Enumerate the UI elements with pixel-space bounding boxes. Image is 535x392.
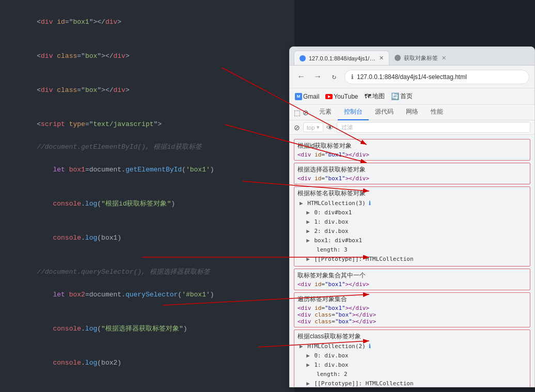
section-code-5c: <div class="box"></div> — [297, 318, 527, 325]
devtools-panel: ⬚ ⊘ 元素 控制台 源代码 网络 性能 ⊘ top ▾ 👁 过滤 根据id获取… — [290, 105, 534, 387]
context-label: top — [307, 124, 314, 131]
code-line: let box1=document.getElementById('box1') — [21, 153, 289, 187]
devtools-tab-elements[interactable]: 元素 — [313, 105, 338, 120]
devtools-icon-inspect[interactable]: ⬚ — [294, 108, 301, 117]
section-code-5b: <div class="box"></div> — [297, 311, 527, 318]
code-line — [21, 380, 289, 391]
gmail-label: Gmail — [303, 93, 319, 100]
tab-bar: 127.0.0.1:8848/day4js1/2-bas... ✕ 获取对象标签… — [290, 47, 534, 66]
code-line: console.log("根据id获取标签对象") — [21, 187, 289, 221]
address-input[interactable]: ℹ 127.0.0.1:8848/day4js1/4-selecttag.htm… — [344, 70, 529, 84]
tab-close-button[interactable]: ✕ — [379, 55, 384, 61]
tree-item: ▶ box1: div#box1 — [297, 236, 527, 245]
tab2-close[interactable]: ✕ — [442, 55, 446, 61]
home-icon: 🔄 — [391, 92, 399, 100]
code-line: console.log(box2) — [21, 346, 289, 380]
maps-icon: 🗺 — [365, 92, 371, 100]
tree-item: ▶ HTMLCollection(3) ℹ — [297, 199, 527, 208]
browser-window: 127.0.0.1:8848/day4js1/2-bas... ✕ 获取对象标签… — [289, 46, 535, 387]
console-section-2: 根据选择器获取标签对象 <div id="box1"></div> — [294, 163, 530, 184]
section-title-2: 根据选择器获取标签对象 — [297, 165, 527, 174]
forward-button[interactable]: → — [311, 71, 324, 83]
address-bar: ← → ↻ ℹ 127.0.0.1:8848/day4js1/4-selectt… — [290, 66, 534, 88]
section-code-4: <div id="box1"></div> — [297, 281, 527, 288]
tab-inactive[interactable]: 获取对象标签 ✕ — [389, 51, 451, 65]
code-line: console.log(box1) — [21, 221, 289, 255]
bookmark-youtube[interactable]: ▶ YouTube — [325, 93, 358, 100]
code-line: console.log("根据选择器获取标签对象") — [21, 312, 289, 346]
console-output: 根据id获取标签对象 <div id="box1"></div> 根据选择器获取… — [290, 135, 534, 387]
section-code-1: <div id="box1"></div> — [297, 151, 527, 158]
section-title-6: 根据class获取标签对象 — [297, 332, 527, 341]
tab-favicon — [300, 55, 306, 61]
lock-icon: ℹ — [351, 73, 354, 81]
section-title-5: 遍历标签对象集合 — [297, 295, 527, 304]
section-title-3: 根据标签名获取标签对象 — [297, 189, 527, 198]
tree-item: ▶ [[Prototype]]: HTMLCollection — [297, 379, 527, 387]
code-line: <div class="box"></div> — [21, 39, 289, 73]
devtools-tabs: ⬚ ⊘ 元素 控制台 源代码 网络 性能 — [290, 105, 534, 120]
tree-item: length: 3 — [297, 245, 527, 255]
devtools-tab-network[interactable]: 网络 — [400, 105, 424, 120]
code-line — [21, 255, 289, 266]
code-line: let box2=document.querySelector('#box1') — [21, 278, 289, 312]
devtools-toolbar: ⊘ top ▾ 👁 过滤 — [290, 120, 534, 135]
context-selector[interactable]: top ▾ — [303, 122, 323, 132]
tree-item: ▶ 2: div.box — [297, 227, 527, 236]
section-code-5a: <div id="box1"></div> — [297, 305, 527, 311]
bookmarks-bar: M Gmail ▶ YouTube 🗺 地图 🔄 首页 — [290, 88, 534, 105]
tree-item: ▶ 0: div#box1 — [297, 208, 527, 217]
eye-icon[interactable]: 👁 — [326, 123, 334, 132]
bookmark-home[interactable]: 🔄 首页 — [391, 92, 413, 101]
back-button[interactable]: ← — [295, 71, 307, 83]
tab2-label: 获取对象标签 — [404, 54, 438, 62]
tree-item: ▶ 1: div.box — [297, 360, 527, 370]
console-section-3: 根据标签名获取标签对象 ▶ HTMLCollection(3) ℹ ▶ 0: d… — [294, 186, 530, 266]
section-title-1: 根据id获取标签对象 — [297, 142, 527, 150]
chevron-down-icon: ▾ — [317, 124, 320, 131]
code-line: <script type="text/javascript"> — [21, 107, 289, 142]
clear-console-icon[interactable]: ⊘ — [294, 123, 300, 132]
devtools-icon-pointer[interactable]: ⊘ — [303, 108, 309, 117]
tab-active[interactable]: 127.0.0.1:8848/day4js1/2-bas... ✕ — [294, 51, 389, 65]
tree-item: ▶ 0: div.box — [297, 351, 527, 360]
reload-button[interactable]: ↻ — [328, 71, 340, 83]
code-line: <div class="box"></div> — [21, 73, 289, 107]
tree-item: ▶ [[Prototype]]: HTMLCollection — [297, 255, 527, 264]
home-label: 首页 — [400, 92, 413, 101]
tab-label: 127.0.0.1:8848/day4js1/2-bas... — [309, 55, 376, 61]
bookmark-gmail[interactable]: M Gmail — [295, 93, 319, 100]
gmail-icon: M — [295, 93, 302, 100]
console-section-1: 根据id获取标签对象 <div id="box1"></div> — [294, 139, 530, 161]
tree-item: ▶ HTMLCollection(2) ℹ — [297, 342, 527, 351]
section-code-2: <div id="box1"></div> — [297, 175, 527, 182]
tree-item: ▶ 1: div.box — [297, 217, 527, 227]
tab2-favicon — [395, 55, 401, 61]
devtools-tab-source[interactable]: 源代码 — [369, 105, 400, 120]
devtools-tab-performance[interactable]: 性能 — [424, 105, 449, 120]
console-section-4: 取标签对象集合其中一个 <div id="box1"></div> — [294, 269, 530, 290]
code-editor: <div id="box1"></div> <div class="box"><… — [0, 0, 294, 392]
address-text: 127.0.0.1:8848/day4js1/4-selecttag.html — [357, 73, 467, 81]
youtube-label: YouTube — [334, 93, 358, 100]
code-line: <div id="box1"></div> — [21, 5, 289, 39]
console-section-6: 根据class获取标签对象 ▶ HTMLCollection(2) ℹ ▶ 0:… — [294, 330, 530, 387]
devtools-tab-console[interactable]: 控制台 — [338, 105, 369, 120]
filter-input[interactable]: 过滤 — [337, 122, 530, 133]
tree-item: length: 2 — [297, 370, 527, 379]
code-line: //document.querySelector(), 根据选择器获取标签 — [21, 266, 289, 278]
devtools-icons: ⬚ ⊘ — [290, 108, 313, 117]
console-section-5: 遍历标签对象集合 <div id="box1"></div> <div clas… — [294, 292, 530, 327]
code-line: //document.getElementById(), 根据id获取标签 — [21, 142, 289, 153]
youtube-icon: ▶ — [325, 94, 333, 99]
maps-label: 地图 — [372, 92, 385, 101]
bookmark-maps[interactable]: 🗺 地图 — [365, 92, 385, 101]
section-title-4: 取标签对象集合其中一个 — [297, 271, 527, 280]
